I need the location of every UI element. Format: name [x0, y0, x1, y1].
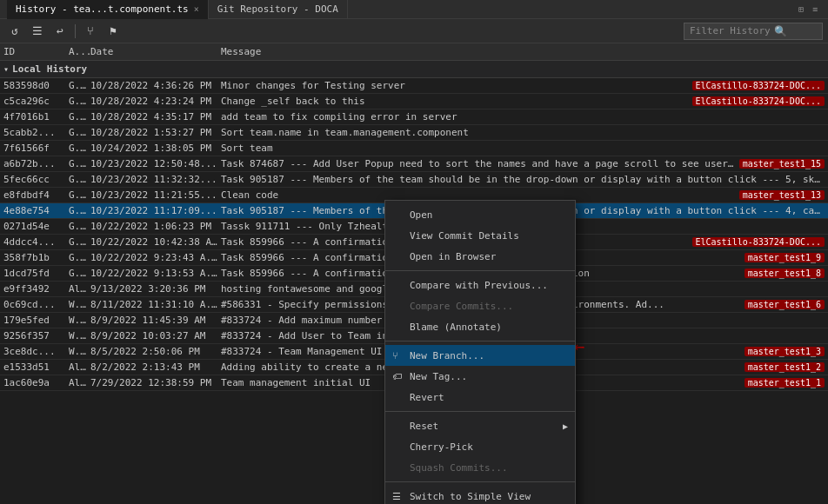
- menu-item-new-branch-[interactable]: ⑂New Branch...: [385, 345, 575, 366]
- new-tag-icon: 🏷: [392, 371, 402, 382]
- menu-item-revert[interactable]: Revert: [385, 387, 575, 408]
- commit-author: G...: [69, 127, 90, 138]
- table-row[interactable]: 583598d0G...10/28/2022 4:36:26 PMMinor c…: [0, 78, 828, 94]
- col-author-header: A...: [69, 46, 90, 57]
- column-headers: ID A... Date Message: [0, 43, 828, 61]
- menu-item-label: Open: [410, 209, 433, 221]
- commit-author: G...: [69, 96, 90, 107]
- menu-item-switch-to-simple-view[interactable]: ☰Switch to Simple View: [385, 486, 575, 504]
- branch-badge: master_test1_13: [739, 190, 825, 200]
- commit-id: e1533d51: [3, 361, 69, 373]
- menu-item-label: Squash Commits...: [410, 462, 508, 474]
- commit-date: 8/5/2022 2:50:06 PM: [90, 346, 221, 357]
- menu-item-label: New Tag...: [410, 371, 467, 382]
- col-message-header: Message: [221, 46, 825, 57]
- menu-item-label: Reset: [410, 421, 438, 432]
- filter-icon: 🔍: [774, 25, 787, 37]
- menu-item-open-in-browser[interactable]: Open in Browser: [385, 246, 575, 267]
- title-bar-actions: ⊞ ≡: [795, 3, 821, 16]
- toolbar-separator-1: [75, 24, 76, 38]
- branch-badge: master_test1_9: [745, 253, 825, 262]
- section-arrow: ▾: [3, 64, 9, 74]
- tab-close-history[interactable]: ×: [194, 4, 199, 14]
- table-row[interactable]: 5fec66ccG...10/23/2022 11:32:32...Task 9…: [0, 172, 828, 188]
- table-row[interactable]: 7f61566fG...10/24/2022 1:38:05 PMSort te…: [0, 141, 828, 156]
- menu-item-blame-(annotate)[interactable]: Blame (Annotate): [385, 316, 575, 337]
- branch-button[interactable]: ⑂: [81, 22, 100, 41]
- menu-item-open[interactable]: Open: [385, 204, 575, 225]
- commit-author: G...: [69, 189, 90, 201]
- commit-date: 10/23/2022 11:17:09...: [90, 205, 221, 216]
- commit-id: e8fdbdf4: [3, 189, 69, 201]
- branch-badge: master_test1_6: [745, 300, 825, 309]
- tab-git[interactable]: Git Repository - DOCA: [209, 0, 348, 19]
- context-menu: OpenView Commit DetailsOpen in BrowserCo…: [384, 200, 576, 504]
- table-row[interactable]: 5cabb2...G...10/28/2022 1:53:27 PMSort t…: [0, 125, 828, 141]
- commit-id: e9ff3492: [3, 283, 69, 295]
- branch-badge: ElCastillo-833724-DOC...: [692, 237, 825, 247]
- tab-history-label: History - tea...t.component.ts: [16, 3, 189, 15]
- commit-date: 8/9/2022 10:03:27 AM: [90, 330, 221, 342]
- menu-item-label: Compare Commits...: [410, 301, 513, 312]
- commit-date: 10/23/2022 11:32:32...: [90, 174, 221, 185]
- branch-badge: ElCastillo-833724-DOC...: [692, 96, 825, 106]
- branch-badge: master_test1_3: [745, 347, 825, 356]
- menu-item-label: Compare with Previous...: [410, 280, 548, 291]
- menu-separator: [385, 481, 575, 482]
- menu-separator: [385, 411, 575, 412]
- section-local-history: ▾ Local History: [0, 61, 828, 78]
- commit-message: Minor changes for Testing server: [221, 80, 689, 91]
- commit-id: 3ce8dc...: [3, 346, 69, 357]
- commit-author: G...: [69, 80, 90, 91]
- branch-badge: master_test1_15: [739, 159, 825, 169]
- tag-button[interactable]: ⚑: [104, 22, 123, 41]
- commit-id: 9256f357: [3, 330, 69, 342]
- branch-badge: ElCastillo-833724-DOC...: [692, 81, 825, 90]
- commit-author: Al...: [69, 361, 90, 373]
- refresh-button[interactable]: ↺: [5, 22, 24, 41]
- commit-id: 4f7016b1: [3, 111, 69, 123]
- commit-author: W...: [69, 315, 90, 326]
- undo-button[interactable]: ↩: [50, 22, 70, 41]
- menu-item-squash-commits-: Squash Commits...: [385, 457, 575, 478]
- commit-message: Change _self back to this: [221, 96, 689, 107]
- commit-author: Al...: [69, 377, 90, 388]
- commit-date: 10/22/2022 9:23:43 A...: [90, 252, 221, 263]
- commit-message: Task 905187 --- Members of the team shou…: [221, 174, 825, 185]
- commit-date: 10/28/2022 1:53:27 PM: [90, 127, 221, 138]
- menu-item-reset[interactable]: Reset▶: [385, 415, 575, 436]
- commit-author: W...: [69, 330, 90, 342]
- col-id-header: ID: [3, 46, 69, 57]
- table-row[interactable]: a6b72b...G...10/23/2022 12:50:48...Task …: [0, 156, 828, 172]
- commit-author: G...: [69, 174, 90, 185]
- commit-date: 8/9/2022 11:45:39 AM: [90, 315, 221, 326]
- commit-date: 10/23/2022 12:50:48...: [90, 158, 221, 169]
- commit-id: 583598d0: [3, 80, 69, 91]
- table-row[interactable]: 4f7016b1G...10/28/2022 4:35:17 PMadd tea…: [0, 109, 828, 125]
- commit-date: 10/28/2022 4:36:26 PM: [90, 80, 221, 91]
- menu-item-compare-with-previous-[interactable]: Compare with Previous...: [385, 275, 575, 295]
- commit-author: Al...: [69, 283, 90, 295]
- commit-message: Sort team: [221, 143, 825, 154]
- commit-author: G...: [69, 111, 90, 123]
- menu-separator: [385, 341, 575, 342]
- menu-item-new-tag-[interactable]: 🏷New Tag...: [385, 366, 575, 387]
- commit-id: 0271d54e: [3, 221, 69, 232]
- menu-item-view-commit-details[interactable]: View Commit Details: [385, 225, 575, 246]
- commit-date: 8/2/2022 2:13:43 PM: [90, 361, 221, 373]
- menu-item-cherry-pick[interactable]: Cherry-Pick: [385, 436, 575, 457]
- commit-id: 4ddcc4...: [3, 236, 69, 248]
- title-bar: History - tea...t.component.ts × Git Rep…: [0, 0, 828, 19]
- split-icon[interactable]: ⊞: [795, 3, 807, 16]
- commit-date: 10/23/2022 11:21:55...: [90, 189, 221, 201]
- tab-history[interactable]: History - tea...t.component.ts ×: [7, 0, 209, 19]
- menu-separator: [385, 270, 575, 271]
- list-button[interactable]: ☰: [28, 22, 47, 41]
- section-label-text: Local History: [12, 63, 87, 75]
- branch-badge: master_test1_1: [745, 378, 825, 388]
- menu-item-label: Blame (Annotate): [410, 322, 502, 333]
- commit-date: 10/22/2022 1:06:23 PM: [90, 221, 221, 232]
- commit-id: 1ac60e9a: [3, 377, 69, 388]
- table-row[interactable]: c5ca296cG...10/28/2022 4:23:24 PMChange …: [0, 94, 828, 109]
- menu-icon[interactable]: ≡: [809, 3, 821, 16]
